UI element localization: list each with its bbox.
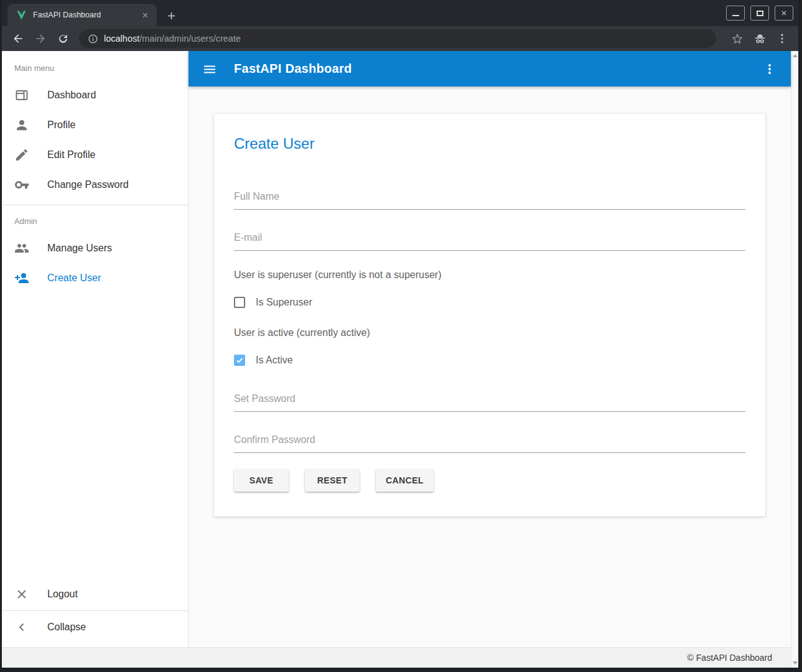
- full-name-input[interactable]: [234, 191, 745, 210]
- app-bar: FastAPI Dashboard: [189, 51, 791, 86]
- window-minimize-button[interactable]: [726, 6, 745, 21]
- sidebar-item-dashboard[interactable]: Dashboard: [2, 80, 188, 110]
- sidebar-divider: [2, 610, 188, 611]
- page-footer: © FastAPI Dashboard: [2, 647, 791, 668]
- url-bar[interactable]: localhost/main/admin/users/create: [79, 29, 716, 48]
- dashboard-icon: [14, 88, 29, 103]
- people-icon: [14, 241, 29, 256]
- new-tab-button[interactable]: [164, 8, 179, 23]
- tab-title: FastAPI Dashboard: [33, 11, 139, 19]
- tab-close-icon[interactable]: [139, 9, 151, 21]
- is-active-checkbox[interactable]: [234, 355, 245, 366]
- confirm-password-field-wrapper: [234, 434, 745, 453]
- browser-menu-icon[interactable]: [775, 31, 790, 46]
- sidebar-item-change-password[interactable]: Change Password: [2, 170, 188, 200]
- sidebar-section-admin: Admin: [2, 210, 188, 233]
- form-actions: SAVE RESET CANCEL: [234, 469, 745, 492]
- sidebar-item-manage-users[interactable]: Manage Users: [2, 233, 188, 263]
- appbar-title: FastAPI Dashboard: [234, 62, 352, 76]
- sidebar-item-create-user[interactable]: Create User: [2, 263, 188, 293]
- forward-button[interactable]: [33, 31, 48, 46]
- person-icon: [14, 118, 29, 133]
- sidebar-item-label: Manage Users: [47, 243, 112, 254]
- site-info-icon[interactable]: [88, 34, 98, 44]
- incognito-icon: [752, 31, 767, 46]
- bookmark-star-icon[interactable]: [730, 31, 745, 46]
- email-field-wrapper: [234, 232, 745, 251]
- set-password-input[interactable]: [234, 393, 745, 412]
- page-title: Create User: [234, 135, 745, 152]
- is-superuser-checkbox[interactable]: [234, 297, 245, 308]
- sidebar-item-label: Dashboard: [47, 90, 96, 101]
- scrollbar-up-arrow-icon[interactable]: [793, 54, 798, 57]
- tab-strip: FastAPI Dashboard: [2, 0, 798, 26]
- url-text: localhost/main/admin/users/create: [104, 34, 241, 44]
- is-superuser-label: Is Superuser: [256, 297, 312, 308]
- browser-chrome: FastAPI Dashboard: [2, 0, 798, 51]
- sidebar: Main menu Dashboard Profile: [2, 51, 189, 647]
- copyright-text: © FastAPI Dashboard: [688, 653, 772, 663]
- page-scrollbar[interactable]: [791, 51, 798, 668]
- browser-tab[interactable]: FastAPI Dashboard: [7, 4, 157, 26]
- sidebar-item-label: Create User: [47, 273, 101, 284]
- sidebar-item-label: Collapse: [47, 622, 86, 633]
- sidebar-item-edit-profile[interactable]: Edit Profile: [2, 140, 188, 170]
- sidebar-item-label: Profile: [47, 119, 75, 131]
- reload-button[interactable]: [55, 31, 70, 46]
- sidebar-section-main-menu: Main menu: [2, 51, 188, 80]
- hamburger-menu-icon[interactable]: [202, 62, 217, 77]
- browser-window: FastAPI Dashboard: [0, 0, 802, 672]
- cancel-button[interactable]: CANCEL: [376, 469, 434, 492]
- chevron-left-icon: [14, 620, 29, 635]
- full-name-field-wrapper: [234, 191, 745, 210]
- window-close-button[interactable]: [775, 6, 793, 21]
- save-button[interactable]: SAVE: [234, 469, 289, 492]
- person-add-icon: [14, 271, 29, 286]
- sidebar-item-profile[interactable]: Profile: [2, 110, 188, 140]
- active-hint-text: User is active (currently active): [234, 327, 745, 338]
- pencil-icon: [14, 147, 29, 162]
- page-content: Create User User is superuser (currently…: [189, 86, 791, 647]
- sidebar-spacer: [2, 293, 188, 579]
- reset-button[interactable]: RESET: [305, 469, 360, 492]
- main-area: FastAPI Dashboard Create User: [189, 51, 791, 647]
- sidebar-item-label: Edit Profile: [47, 149, 95, 161]
- email-input[interactable]: [234, 232, 745, 251]
- is-active-checkbox-row[interactable]: Is Active: [234, 355, 745, 366]
- create-user-card: Create User User is superuser (currently…: [214, 114, 765, 516]
- appbar-menu-icon[interactable]: [762, 62, 777, 77]
- sidebar-item-label: Logout: [47, 589, 78, 600]
- sidebar-item-collapse[interactable]: Collapse: [2, 612, 188, 642]
- key-icon: [14, 177, 29, 192]
- confirm-password-input[interactable]: [234, 434, 745, 453]
- scrollbar-down-arrow-icon[interactable]: [793, 661, 798, 665]
- is-superuser-checkbox-row[interactable]: Is Superuser: [234, 297, 745, 308]
- close-icon: [14, 587, 29, 602]
- set-password-field-wrapper: [234, 393, 745, 412]
- vue-logo-icon: [16, 10, 27, 21]
- window-maximize-button[interactable]: [750, 6, 769, 21]
- superuser-hint-text: User is superuser (currently is not a su…: [234, 269, 745, 281]
- sidebar-divider: [2, 205, 188, 205]
- back-button[interactable]: [11, 31, 26, 46]
- browser-toolbar: localhost/main/admin/users/create: [2, 26, 798, 51]
- sidebar-item-label: Change Password: [47, 179, 129, 190]
- window-controls: [726, 6, 793, 21]
- sidebar-item-logout[interactable]: Logout: [2, 579, 188, 609]
- is-active-label: Is Active: [256, 355, 293, 366]
